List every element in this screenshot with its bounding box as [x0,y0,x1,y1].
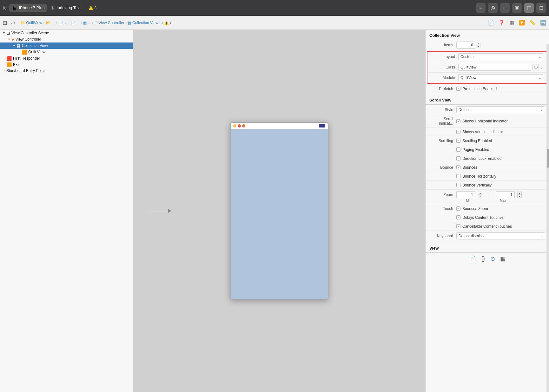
keyboard-dropdown[interactable]: Do not dismiss ⌄ [456,232,545,239]
scroll-thumb[interactable] [547,149,549,168]
folder-icon: 📁 [20,21,25,25]
bounce-v-checkbox[interactable] [456,183,460,187]
items-decrement[interactable]: ▼ [476,45,480,48]
cv-icon: ▦ [128,21,131,25]
breadcrumb-collectionview[interactable]: ▦ Collection View [128,21,158,25]
warning-badge[interactable]: ⚠️ 8 [89,6,97,10]
layout1-btn[interactable]: ▣ [512,3,522,13]
row-style: Style Default ⌄ [426,105,549,115]
size-icon[interactable]: 📏 [529,20,536,26]
bounce-h-control: Bounce Horizontally [456,174,545,179]
class-label: Class [431,65,458,69]
scroll-v-label: Shows Vertical Indicator [462,130,503,134]
zoom-max-dec[interactable]: ▼ [517,195,522,198]
attributes-icon[interactable]: 🔽 [519,20,525,26]
breadcrumb-viewcontroller[interactable]: ⊡ View Controller [95,21,124,25]
sep3: › [69,21,69,24]
zoom-max-inc[interactable]: ▲ [517,192,522,195]
tree-item-firstresponder[interactable]: 🟥 First Responder [0,55,133,62]
tree-item-exit[interactable]: 🟧 Exit [0,62,133,68]
row-scrolling-enabled: Scrolling Scrolling Enabled [426,136,549,145]
arrow-vc-scene: ▼ [3,31,6,35]
items-increment[interactable]: ▲ [476,42,480,45]
class-info-btn[interactable]: ⓘ [532,64,539,70]
breadcrumb-ellipsis3[interactable]: 📄 ... [71,21,80,25]
view-icon1[interactable]: 📄 [469,255,476,262]
zoom-max-stepper[interactable]: ▲ ▼ [517,192,522,198]
status-orange [242,124,245,127]
scroll-h-checkbox[interactable] [456,119,460,123]
row-zoom: Zoom 1 ▲ ▼ 1 ▲ ▼ Min [426,190,549,204]
paging-checkbox[interactable] [456,147,460,152]
delays-checkbox[interactable] [456,215,460,219]
sep2: › [56,21,57,24]
breadcrumb-ellipsis1[interactable]: 📂 ... [46,21,55,25]
zoom-min-dec[interactable]: ▼ [478,195,482,198]
scrolling-enabled-checkbox[interactable] [456,139,460,143]
zoom-min-stepper[interactable]: ▲ ▼ [478,192,482,198]
scene-tree-panel: ▼ ⊡ View Controller Scene ▼ ● View Contr… [0,30,133,392]
row-paging: Paging Enabled [426,145,549,154]
bounces-zoom-checkbox[interactable] [456,206,460,211]
tree-item-cv[interactable]: ▼ ▦ Collection View [0,42,133,49]
bounce-v-control: Bounce Vertically [456,183,545,187]
style-dropdown[interactable]: Default ⌄ [456,106,545,113]
row-bounces: Bounce Bounces [426,163,549,172]
layout3-btn[interactable]: ⊡ [536,3,546,13]
zoom-max-field[interactable]: 1 [496,191,515,198]
bounces-checkbox[interactable] [456,165,460,169]
tree-item-entry[interactable]: → Storyboard Entry Point [0,68,133,74]
grid-icon-btn[interactable]: ⊞ [3,19,7,26]
breadcrumb-ellipsis2[interactable]: 📄 ... [58,21,67,25]
bounces-zoom-label: Bounces Zoom [462,206,488,211]
label-cv: Collection View [22,43,48,48]
back-btn[interactable]: ← [500,3,510,13]
tree-item-quiltview[interactable]: 🟧 Quilt View [0,49,133,55]
scroll-ind-label: Scroll Indicat... [429,117,456,126]
scrolling-enabled-row: Scrolling Enabled [456,139,492,143]
scroll-v-control: Shows Vertical Indicator [456,130,545,134]
bounce-v-row: Bounce Vertically [456,183,492,187]
zoom-min-field[interactable]: 1 [456,191,475,198]
scroll-track[interactable] [546,44,549,392]
device-selector[interactable]: 📱 iPhone 7 Plus [9,4,47,12]
layout-label: Layout [431,55,458,59]
tree-item-vc-scene[interactable]: ▼ ⊡ View Controller Scene [0,30,133,36]
label-fr: First Responder [13,56,40,61]
file-inspector-icon[interactable]: 📄 [488,20,494,26]
help-icon[interactable]: ❓ [499,20,505,26]
connections-icon[interactable]: ➡️ [540,20,546,26]
cancellable-checkbox[interactable] [456,224,460,228]
layout-dropdown[interactable]: Custom ⌄ [458,53,543,60]
arrow-line [149,211,168,211]
class-field[interactable]: QuiltView [458,64,531,71]
sep4: › [81,21,82,24]
status-red [238,124,241,127]
items-stepper[interactable]: ▲ ▼ [476,42,480,48]
bounce-h-row: Bounce Horizontally [456,174,496,179]
identity-icon[interactable]: ▦ [509,20,514,26]
view-icon3[interactable]: ⊙ [490,255,495,262]
items-field[interactable]: 0 [456,42,475,49]
nav-forward[interactable]: › [14,20,16,25]
row-delays-content: Delays Content Touches [426,213,549,222]
direction-checkbox[interactable] [456,156,460,160]
view-icon2[interactable]: {} [481,255,485,262]
breadcrumb-ellipsis4[interactable]: ▦ ... [83,21,91,25]
tree-item-vc[interactable]: ▼ ● View Controller [0,36,133,42]
layout2-btn[interactable]: ▢ [524,3,534,13]
module-dropdown[interactable]: QuiltView ⌄ [458,74,543,81]
refresh-btn[interactable]: ◎ [488,3,498,13]
nav-back[interactable]: ‹ [11,20,13,25]
view-icon4[interactable]: ▦ [500,255,506,262]
breadcrumb-quiltview[interactable]: 📁 QuiltView [20,21,42,25]
scroll-v-checkbox[interactable] [456,130,460,134]
lines-btn[interactable]: ≡ [476,3,486,13]
row-layout: Layout Custom ⌄ [427,52,547,62]
back-nav-btn[interactable]: le [3,5,7,10]
zoom-min-inc[interactable]: ▲ [478,192,482,195]
bounce-h-checkbox[interactable] [456,174,460,178]
prefetch-checkbox[interactable] [456,87,460,91]
zoom-min-label: Min [459,199,478,202]
class-control: QuiltView ⓘ ⌄ [458,64,543,71]
